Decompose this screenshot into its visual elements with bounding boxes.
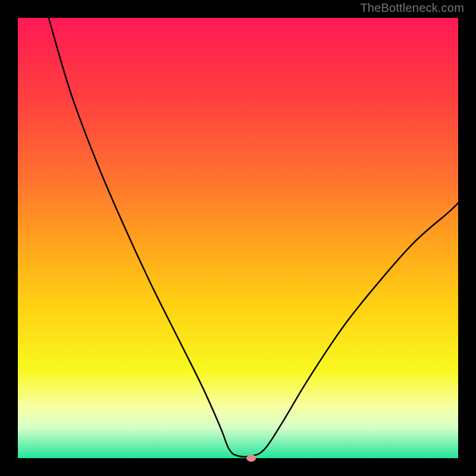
optimum-marker [246,455,256,462]
bottleneck-chart [0,0,476,476]
watermark-text: TheBottleneck.com [360,1,464,15]
chart-container: TheBottleneck.com [0,0,476,476]
plot-background [18,18,458,458]
